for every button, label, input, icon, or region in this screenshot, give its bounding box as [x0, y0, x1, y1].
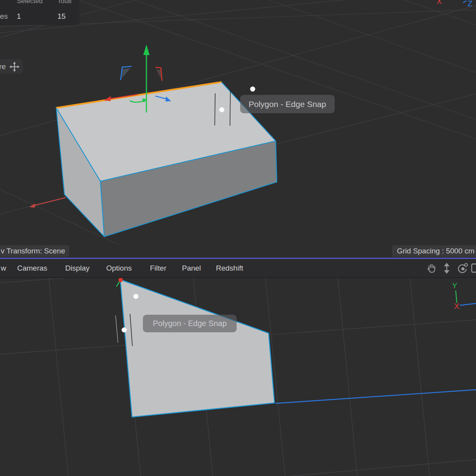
- face-z-arrowhead: [166, 96, 171, 102]
- face-y-arrowhead: [142, 98, 147, 103]
- mini-axis-gizmo: Y X: [452, 282, 476, 310]
- face-z-axis-arrow[interactable]: [155, 96, 167, 99]
- maximize-frame-icon[interactable]: [471, 262, 476, 274]
- snap-point-dot: [250, 87, 255, 92]
- menu-item-display[interactable]: Display: [65, 259, 89, 277]
- gizmo-plane-handle-blue[interactable]: [121, 66, 132, 80]
- highlighted-edge-orange[interactable]: [56, 82, 221, 108]
- menu-item-cameras[interactable]: Cameras: [17, 259, 47, 277]
- pan-hand-icon[interactable]: [426, 262, 437, 274]
- snap-point-dot: [219, 107, 225, 112]
- view-transform-chip: v Transform: Scene: [0, 245, 69, 257]
- snap-point-dot: [134, 294, 139, 299]
- rotate-camera-icon[interactable]: [456, 262, 469, 274]
- axis-y-label: Y: [452, 282, 457, 290]
- secondary-grid: [0, 248, 476, 476]
- polygon-vertex-markers: [116, 278, 123, 287]
- selected-vertex-dot[interactable]: [119, 278, 123, 282]
- snap-guides-bottom: [116, 294, 139, 346]
- stats-header-total: Total: [57, 0, 71, 5]
- snap-point-dot: [122, 328, 127, 333]
- gizmo-plane-handle-blue-fill: [122, 68, 130, 78]
- tool-chip-label: re: [0, 59, 6, 74]
- axis-x-label: X: [454, 302, 459, 310]
- secondary-viewport[interactable]: Y X: [0, 248, 476, 476]
- snap-mode-tooltip: Polygon - Edge Snap: [143, 315, 237, 332]
- axis-z-line: [460, 303, 476, 305]
- gizmo-y-arrowhead: [143, 45, 150, 55]
- axis-z-label: Z: [467, 0, 472, 8]
- application-window: X Z: [0, 0, 476, 476]
- axis-z-tick: [463, 1, 466, 3]
- selection-stats-panel: Selected Total es 1 15: [0, 0, 80, 25]
- grid-spacing-chip: Grid Spacing : 5000 cm: [392, 245, 476, 257]
- snap-mode-tooltip: Polygon - Edge Snap: [240, 95, 335, 113]
- axis-x-label: X: [437, 0, 442, 5]
- stats-header-selected: Selected: [17, 0, 43, 5]
- scene-svg: X Z: [0, 0, 476, 476]
- menu-item-filter[interactable]: Filter: [150, 259, 166, 277]
- move-tool-icon[interactable]: [9, 61, 20, 72]
- stats-total-value: 15: [57, 12, 66, 21]
- face-y-axis-curve[interactable]: [130, 100, 144, 102]
- box-face-left[interactable]: [56, 108, 104, 237]
- world-z-axis-line: [276, 390, 476, 403]
- face-x-axis-arrow[interactable]: [110, 94, 137, 99]
- stats-selected-value: 1: [17, 12, 21, 21]
- move-gizmo[interactable]: [104, 45, 171, 112]
- gizmo-plane-handle-red-fill: [156, 70, 161, 79]
- selected-polygon[interactable]: [120, 280, 275, 417]
- perspective-viewport[interactable]: X Z: [0, 0, 476, 245]
- viewport-menu-bar: w Cameras Display Options Filter Panel R…: [0, 259, 476, 278]
- active-tool-chip: re: [0, 59, 23, 74]
- menu-item-view-partial[interactable]: w: [1, 259, 6, 277]
- world-x-axis-line: [29, 198, 66, 208]
- dolly-arrows-icon[interactable]: [441, 262, 453, 274]
- stats-row-label: es: [0, 12, 8, 21]
- axis-y-line: [456, 291, 457, 303]
- box-face-front[interactable]: [100, 141, 277, 237]
- gizmo-plane-handle-red[interactable]: [155, 67, 162, 81]
- menu-item-panel[interactable]: Panel: [182, 259, 201, 277]
- perspective-grid: [0, 0, 476, 245]
- menu-item-redshift[interactable]: Redshift: [216, 259, 243, 277]
- menu-item-options[interactable]: Options: [106, 259, 132, 277]
- vertex-normal-tick: [116, 282, 119, 287]
- world-axis-labels-top: X Z: [437, 0, 472, 8]
- face-x-arrowhead: [104, 96, 111, 101]
